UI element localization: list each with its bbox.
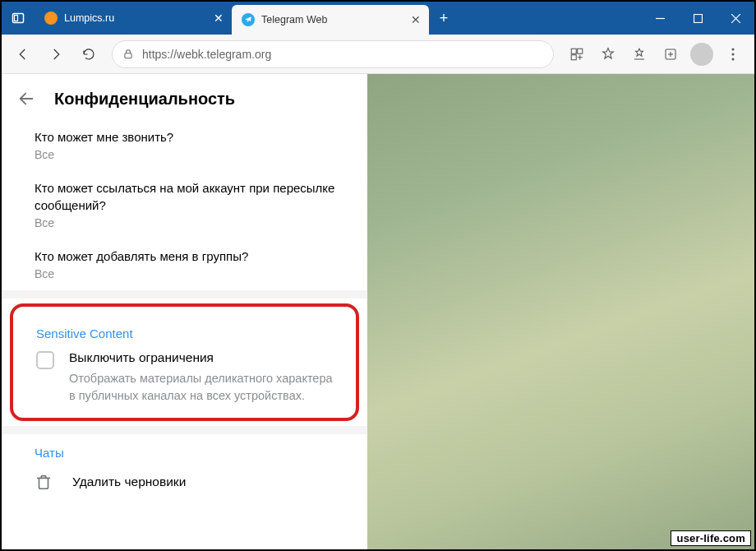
svg-rect-3 — [694, 14, 702, 22]
refresh-button[interactable] — [74, 39, 104, 69]
svg-rect-6 — [125, 53, 131, 58]
close-window-button[interactable] — [717, 2, 754, 35]
watermark: user-life.com — [671, 530, 751, 546]
favorites-icon[interactable] — [593, 39, 623, 69]
tab-telegram[interactable]: Telegram Web ✕ — [232, 5, 429, 35]
browser-toolbar: https://webk.telegram.org — [2, 35, 754, 74]
svg-rect-1 — [15, 16, 18, 21]
favicon-icon — [242, 13, 255, 26]
item-value: Все — [35, 148, 349, 161]
profile-button[interactable] — [687, 39, 717, 69]
svg-rect-8 — [578, 49, 583, 53]
new-tab-button[interactable]: + — [429, 2, 459, 35]
forward-button[interactable] — [41, 39, 71, 69]
privacy-item-groups[interactable]: Кто может добавлять меня в группы? Все — [2, 239, 367, 290]
item-label: Кто может добавлять меня в группы? — [35, 248, 349, 265]
trash-icon — [35, 473, 53, 491]
minimize-button[interactable] — [641, 2, 679, 35]
sensitive-section-title: Sensitive Content — [20, 315, 349, 342]
panel-header: Конфиденциальность — [2, 74, 367, 120]
tab-lumpics[interactable]: Lumpics.ru ✕ — [35, 2, 232, 35]
back-button[interactable] — [8, 39, 38, 69]
item-label: Кто может ссылаться на мой аккаунт при п… — [35, 179, 349, 214]
svg-point-14 — [732, 48, 735, 50]
svg-point-16 — [732, 58, 735, 60]
svg-point-15 — [732, 53, 735, 55]
tab-title: Lumpics.ru — [64, 12, 205, 24]
address-bar[interactable]: https://webk.telegram.org — [112, 40, 554, 68]
action-label: Удалить черновики — [72, 475, 186, 489]
avatar — [690, 43, 713, 66]
chats-section-title: Чаты — [2, 434, 367, 461]
item-value: Все — [35, 216, 349, 229]
page-title: Конфиденциальность — [54, 90, 235, 109]
extensions-icon[interactable] — [562, 39, 592, 69]
tab-title: Telegram Web — [261, 14, 403, 25]
svg-rect-7 — [571, 49, 576, 53]
maximize-button[interactable] — [679, 2, 717, 35]
reading-list-icon[interactable] — [625, 39, 654, 69]
section-divider — [2, 426, 367, 434]
collections-icon[interactable] — [656, 39, 685, 69]
menu-button[interactable] — [718, 39, 748, 69]
item-value: Все — [35, 267, 349, 280]
item-label: Кто может мне звонить? — [35, 128, 349, 146]
titlebar: Lumpics.ru ✕ Telegram Web ✕ + — [2, 2, 754, 35]
page-content: Конфиденциальность Кто может мне звонить… — [2, 74, 754, 549]
tab-actions-icon[interactable] — [2, 2, 35, 35]
disable-filtering-toggle[interactable]: Выключить ограничения Отображать материа… — [20, 342, 349, 408]
section-divider — [2, 290, 367, 299]
privacy-item-calls[interactable]: Кто может мне звонить? Все — [2, 120, 367, 171]
url-text: https://webk.telegram.org — [142, 48, 271, 61]
checkbox-icon[interactable] — [36, 351, 54, 369]
settings-panel: Конфиденциальность Кто может мне звонить… — [2, 74, 367, 549]
close-icon[interactable]: ✕ — [212, 12, 225, 25]
delete-drafts-button[interactable]: Удалить черновики — [2, 461, 367, 502]
sensitive-content-highlight: Sensitive Content Выключить ограничения … — [10, 303, 359, 421]
toggle-label: Выключить ограничения — [69, 350, 341, 365]
close-icon[interactable]: ✕ — [409, 13, 422, 26]
favicon-icon — [44, 12, 58, 25]
back-icon[interactable] — [16, 89, 36, 109]
window-controls — [641, 2, 754, 35]
chat-background: user-life.com — [367, 74, 754, 549]
svg-rect-9 — [571, 54, 576, 59]
lock-icon — [122, 49, 134, 60]
privacy-item-forward[interactable]: Кто может ссылаться на мой аккаунт при п… — [2, 171, 367, 239]
toggle-description: Отображать материалы деликатного характе… — [69, 370, 341, 405]
